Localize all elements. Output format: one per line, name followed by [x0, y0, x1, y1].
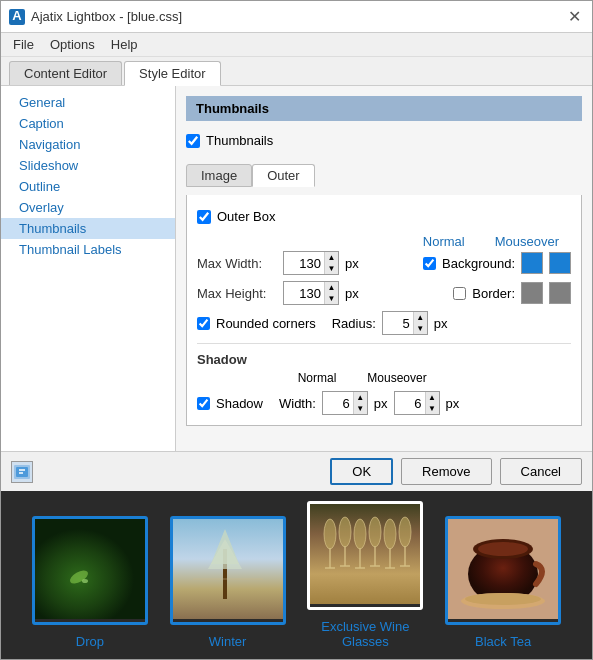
shadow-mouseover-down[interactable]: ▼	[425, 403, 439, 414]
sidebar-item-slideshow[interactable]: Slideshow	[1, 155, 175, 176]
shadow-content: Normal Mouseover Shadow Width: ▲	[197, 371, 571, 415]
radius-spinner: ▲ ▼	[413, 312, 427, 334]
max-width-input-wrap: ▲ ▼	[283, 251, 339, 275]
sidebar-item-thumbnail-labels[interactable]: Thumbnail Labels	[1, 239, 175, 260]
outer-box-label: Outer Box	[217, 209, 276, 224]
thumbnail-wine-frame	[307, 501, 423, 610]
svg-point-24	[369, 517, 381, 547]
thumbnail-drop[interactable]: Drop	[32, 516, 148, 649]
sidebar-item-overlay[interactable]: Overlay	[1, 197, 175, 218]
shadow-normal-up[interactable]: ▲	[353, 392, 367, 403]
max-width-down[interactable]: ▼	[324, 263, 338, 274]
svg-rect-25	[374, 546, 376, 566]
background-checkbox[interactable]	[423, 257, 436, 270]
border-label: Border:	[472, 286, 515, 301]
remove-button[interactable]: Remove	[401, 458, 491, 485]
border-color-normal[interactable]	[521, 282, 543, 304]
thumbnails-checkbox-label: Thumbnails	[206, 133, 273, 148]
svg-rect-31	[404, 546, 406, 566]
shadow-mouseover-input-wrap: ▲ ▼	[394, 391, 440, 415]
ok-button[interactable]: OK	[330, 458, 393, 485]
radius-label: Radius:	[332, 316, 376, 331]
svg-rect-32	[400, 565, 410, 567]
rounded-corners-label: Rounded corners	[216, 316, 316, 331]
sidebar-item-thumbnails[interactable]: Thumbnails	[1, 218, 175, 239]
max-height-down[interactable]: ▼	[324, 293, 338, 304]
svg-point-27	[384, 519, 396, 549]
normal-column-label: Normal	[423, 234, 465, 249]
svg-point-21	[354, 519, 366, 549]
shadow-section-label: Shadow	[197, 352, 571, 367]
shadow-mouseover-input[interactable]	[395, 392, 425, 414]
max-height-spinner: ▲ ▼	[324, 282, 338, 304]
shadow-mouseover-up[interactable]: ▲	[425, 392, 439, 403]
svg-point-15	[324, 519, 336, 549]
menu-options[interactable]: Options	[42, 35, 103, 54]
svg-rect-26	[370, 565, 380, 567]
svg-rect-28	[389, 548, 391, 568]
menu-file[interactable]: File	[5, 35, 42, 54]
rounded-corners-checkbox[interactable]	[197, 317, 210, 330]
max-width-px: px	[345, 256, 359, 271]
main-content: General Caption Navigation Slideshow Out…	[1, 86, 592, 451]
shadow-row: Shadow Width: ▲ ▼ px	[197, 391, 571, 415]
shadow-mouseover-spinner: ▲ ▼	[425, 392, 439, 414]
outer-box-row: Outer Box	[197, 205, 571, 228]
thumbnail-tea[interactable]: Black Tea	[445, 516, 561, 649]
outer-box-checkbox[interactable]	[197, 210, 211, 224]
max-height-input[interactable]	[284, 282, 324, 304]
shadow-col-labels: Normal Mouseover	[287, 371, 571, 385]
close-button[interactable]: ✕	[564, 7, 584, 27]
max-height-input-wrap: ▲ ▼	[283, 281, 339, 305]
cancel-button[interactable]: Cancel	[500, 458, 582, 485]
svg-rect-17	[325, 567, 335, 569]
shadow-normal-spinner: ▲ ▼	[353, 392, 367, 414]
radius-down[interactable]: ▼	[413, 323, 427, 334]
bottom-buttons: OK Remove Cancel	[330, 458, 582, 485]
background-color-mouseover[interactable]	[549, 252, 571, 274]
sidebar-item-navigation[interactable]: Navigation	[1, 134, 175, 155]
tab-style-editor[interactable]: Style Editor	[124, 61, 220, 86]
bottom-icon[interactable]	[11, 461, 33, 483]
menu-help[interactable]: Help	[103, 35, 146, 54]
border-row: Max Height: ▲ ▼ px Border:	[197, 281, 571, 305]
shadow-mouseover-col-label: Mouseover	[367, 371, 427, 385]
app-icon: A	[9, 9, 25, 25]
svg-rect-16	[329, 548, 331, 568]
border-checkbox[interactable]	[453, 287, 466, 300]
radius-input[interactable]	[383, 312, 413, 334]
thumbnails-gallery: Drop	[1, 491, 592, 659]
max-height-px: px	[345, 286, 359, 301]
svg-rect-6	[35, 519, 145, 619]
shadow-normal-down[interactable]: ▼	[353, 403, 367, 414]
thumbnail-tea-frame	[445, 516, 561, 625]
thumbnail-tea-label: Black Tea	[470, 634, 536, 649]
radius-up[interactable]: ▲	[413, 312, 427, 323]
main-window: A Ajatix Lightbox - [blue.css] ✕ File Op…	[0, 0, 593, 660]
thumbnails-checkbox[interactable]	[186, 134, 200, 148]
inner-tab-outer[interactable]: Outer	[252, 164, 315, 187]
max-width-up[interactable]: ▲	[324, 252, 338, 263]
svg-point-38	[465, 593, 541, 605]
thumbnail-wine[interactable]: Exclusive WineGlasses	[307, 501, 423, 649]
max-height-up[interactable]: ▲	[324, 282, 338, 293]
shadow-normal-input[interactable]	[323, 392, 353, 414]
thumbnail-winter[interactable]: Winter	[170, 516, 286, 649]
inner-panel: Outer Box Normal Mouseover Max Width: ▲ …	[186, 195, 582, 426]
svg-point-8	[82, 579, 88, 583]
tab-content-editor[interactable]: Content Editor	[9, 61, 122, 85]
titlebar-left: A Ajatix Lightbox - [blue.css]	[9, 9, 182, 25]
background-color-normal[interactable]	[521, 252, 543, 274]
sidebar-item-caption[interactable]: Caption	[1, 113, 175, 134]
sidebar-item-general[interactable]: General	[1, 92, 175, 113]
shadow-checkbox[interactable]	[197, 397, 210, 410]
sidebar-item-outline[interactable]: Outline	[1, 176, 175, 197]
right-panel: Thumbnails Thumbnails Image Outer Outer …	[176, 86, 592, 451]
max-width-input[interactable]	[284, 252, 324, 274]
max-width-label: Max Width:	[197, 256, 277, 271]
border-color-mouseover[interactable]	[549, 282, 571, 304]
svg-rect-20	[340, 565, 350, 567]
thumbnail-wine-label: Exclusive WineGlasses	[316, 619, 414, 649]
inner-tabs: Image Outer	[186, 164, 582, 187]
inner-tab-image[interactable]: Image	[186, 164, 252, 187]
